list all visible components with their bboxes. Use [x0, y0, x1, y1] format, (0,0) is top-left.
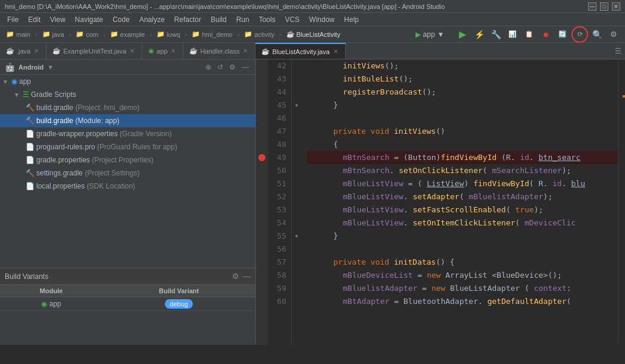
menu-code[interactable]: Code — [108, 14, 135, 25]
profile-button[interactable]: 📊 — [505, 27, 520, 42]
bluelistactivity-icon: ☕ — [261, 48, 270, 55]
code-line-47: private void initViews() — [307, 125, 618, 138]
code-lines[interactable]: initViews(); initBuleList(); registerBro… — [301, 59, 618, 345]
bv-cell-variant[interactable]: debug — [102, 297, 255, 311]
bv-debug-toggle[interactable]: debug — [165, 299, 193, 309]
tab-handler-label: Handler.class — [200, 48, 239, 55]
fold-45[interactable]: ▾ — [292, 99, 301, 112]
menu-view[interactable]: View — [45, 14, 70, 25]
sidebar-collapse-button[interactable]: — — [240, 62, 251, 72]
tab-java-dot-close[interactable]: ✕ — [33, 47, 40, 55]
nav-java[interactable]: 📁java — [40, 29, 67, 39]
menu-navigate[interactable]: Navigate — [70, 14, 108, 25]
sidebar-locate-button[interactable]: ⊕ — [204, 62, 213, 72]
tree-item-build-gradle-project[interactable]: 🔨 build.gradle (Project: hmi_demo) — [0, 101, 255, 114]
tab-bluelistactivity-close[interactable]: ✕ — [332, 48, 339, 55]
menu-analyze[interactable]: Analyze — [135, 14, 170, 25]
coverage-button[interactable]: 📋 — [521, 27, 537, 42]
tree-item-proguard-rules[interactable]: 📄 proguard-rules.pro (ProGuard Rules for… — [0, 140, 255, 153]
attach-debugger-button[interactable]: 🔧 — [488, 27, 504, 42]
build-variants-title: Build Variants — [5, 272, 48, 281]
fold-59 — [292, 282, 301, 295]
close-button[interactable]: ✕ — [612, 2, 620, 11]
search-everywhere-button[interactable]: 🔍 — [589, 27, 605, 42]
tab-handler-close[interactable]: ✕ — [242, 47, 249, 55]
tree-item-gradle-scripts[interactable]: ▼ ☰ Gradle Scripts — [0, 88, 255, 101]
menu-file[interactable]: File — [2, 14, 23, 25]
tab-java-dot[interactable]: ☕ .java ✕ — [0, 43, 46, 59]
tab-handler-class[interactable]: ☕ Handler.class ✕ — [183, 43, 255, 59]
tab-app[interactable]: ◉ app ✕ — [142, 43, 183, 59]
gutter-line-52 — [256, 190, 268, 203]
menu-help[interactable]: Help — [339, 14, 364, 25]
sidebar-settings-button[interactable]: ⚙ — [227, 62, 238, 72]
menu-tools[interactable]: Tools — [254, 14, 280, 25]
menu-run[interactable]: Run — [232, 14, 254, 25]
nav-com-icon: 📁 — [76, 30, 84, 38]
tab-exampleunittest-close[interactable]: ✕ — [129, 47, 136, 55]
build-variants-table: Module Build Variant ◉ app debug — [0, 285, 255, 311]
profile-debugger-button highlighted[interactable]: ⟳ — [571, 26, 588, 43]
sidebar-sync-button[interactable]: ↺ — [215, 62, 225, 72]
menu-edit[interactable]: Edit — [23, 14, 45, 25]
nav-bluelistactivity[interactable]: ☕BlueListActivity — [284, 29, 343, 39]
nav-com[interactable]: 📁com — [73, 29, 101, 39]
minimize-button[interactable]: — — [588, 2, 596, 11]
settings-button[interactable]: ⚙ — [606, 27, 621, 42]
menu-vcs[interactable]: VCS — [280, 14, 305, 25]
code-line-55: } — [307, 230, 618, 243]
nav-example[interactable]: 📁example — [108, 29, 148, 39]
gradle-properties-icon: 📄 — [26, 156, 35, 164]
editor-settings-button[interactable]: ☰ — [611, 43, 625, 59]
nav-main-icon: 📁 — [6, 30, 14, 38]
code-line-57: private void initDatas() { — [307, 256, 618, 269]
tab-exampleunittest[interactable]: ☕ ExampleUnitTest.java ✕ — [46, 43, 142, 59]
debug-button[interactable]: ⚡ — [471, 27, 487, 42]
right-scrollbar[interactable] — [618, 59, 625, 345]
code-line-46 — [307, 112, 618, 125]
app-run-icon: ▶ — [415, 30, 421, 39]
tree-item-settings-gradle[interactable]: 🔨 settings.gradle (Project Settings) — [0, 167, 255, 180]
fold-55[interactable]: ▾ — [292, 230, 301, 243]
app-tab-icon: ◉ — [148, 47, 154, 55]
bv-col-variant: Build Variant — [102, 285, 255, 297]
code-line-56 — [307, 243, 618, 256]
sync-button[interactable]: 🔄 — [555, 27, 570, 42]
code-editor[interactable]: 42 43 44 45 46 47 48 49 50 51 52 53 54 5… — [256, 59, 625, 345]
fold-44 — [292, 86, 301, 99]
nav-activity[interactable]: 📁activity — [242, 29, 277, 39]
maximize-button[interactable]: □ — [600, 2, 608, 11]
menu-build[interactable]: Build — [206, 14, 232, 25]
tree-item-gradle-wrapper[interactable]: 📄 gradle-wrapper.properties (Gradle Vers… — [0, 127, 255, 140]
build-variants-minimize-button[interactable]: — — [243, 272, 251, 281]
sidebar-dropdown-arrow[interactable]: ▼ — [47, 64, 54, 71]
proguard-rules-icon: 📄 — [26, 143, 35, 151]
breakpoint-49[interactable] — [258, 154, 265, 161]
menu-window[interactable]: Window — [304, 14, 339, 25]
nav-luwq[interactable]: 📁luwq — [154, 29, 183, 39]
tree-item-app[interactable]: ▼ ◉ app — [0, 75, 255, 88]
tree-item-build-gradle-module[interactable]: 🔨 build.gradle (Module: app) — [0, 114, 255, 127]
gutter-line-43 — [256, 73, 268, 86]
fold-52 — [292, 190, 301, 203]
run-config-dropdown-icon: ▼ — [438, 30, 445, 39]
stop-button[interactable]: ■ — [538, 27, 554, 42]
tree-item-local-properties[interactable]: 📄 local.properties (SDK Location) — [0, 180, 255, 193]
run-config-selector[interactable]: ▶ app ▼ — [406, 27, 454, 42]
gutter-line-49[interactable] — [256, 151, 268, 164]
android-icon: 🤖 — [5, 62, 15, 72]
menu-refactor[interactable]: Refactor — [170, 14, 206, 25]
tab-app-close[interactable]: ✕ — [170, 47, 177, 55]
nav-main[interactable]: 📁main — [4, 29, 33, 39]
run-button[interactable]: ▶ — [455, 27, 470, 42]
nav-hmidemo[interactable]: 📁hmi_demo — [189, 29, 235, 39]
code-line-49: mBtnSearch = (Button)findViewById (R. id… — [307, 151, 618, 164]
tab-bluelistactivity[interactable]: ☕ BlueListActivity.java ✕ — [255, 43, 345, 59]
tree-item-gradle-properties[interactable]: 📄 gradle.properties (Project Properties) — [0, 153, 255, 167]
tree-build-gradle-module-label: build.gradle (Module: app) — [36, 117, 119, 125]
error-marker — [623, 95, 625, 98]
build-variants-settings-button[interactable]: ⚙ — [232, 272, 239, 281]
title-bar-controls: — □ ✕ — [588, 2, 620, 11]
menu-bar: File Edit View Navigate Code Analyze Ref… — [0, 13, 625, 26]
code-line-52: mBlueListView. setAdapter( mBluelistAdap… — [307, 190, 618, 203]
